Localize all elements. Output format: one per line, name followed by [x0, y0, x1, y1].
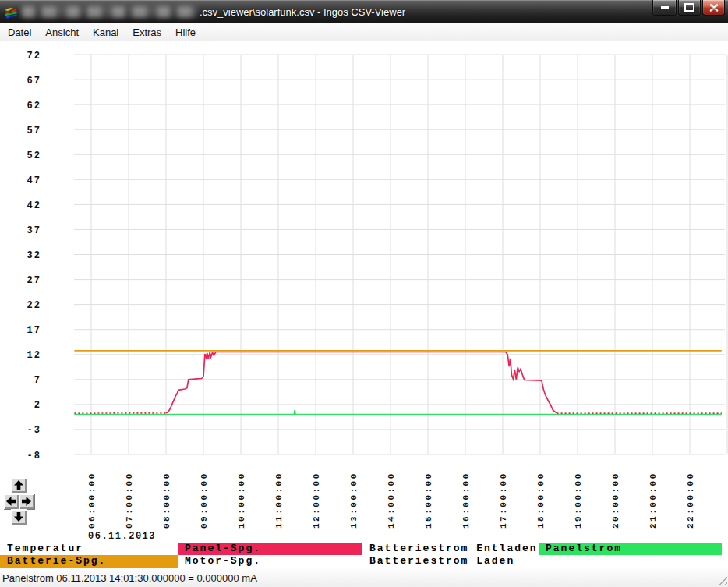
x-axis-tick-label: 06:00:00: [87, 472, 97, 529]
legend-item-batteriestrom-entladen[interactable]: Batteriestrom Entladen: [362, 543, 539, 555]
arrow-right-icon: [21, 496, 32, 507]
y-axis-tick-label: 67: [27, 76, 41, 87]
app-icon: [4, 5, 18, 19]
pan-left-button[interactable]: [3, 493, 19, 509]
chart-plot-area[interactable]: 7267625752474237322722171272-3-806:00:00…: [0, 0, 728, 542]
y-axis-tick-label: 62: [27, 101, 41, 111]
status-text: Panelstrom 06.11.2013 14:01:30.000000 = …: [2, 572, 257, 584]
legend-item-temperatur[interactable]: Temperatur: [0, 543, 178, 555]
menu-hilfe[interactable]: Hilfe: [168, 23, 203, 41]
legend-row: Batterie-Spg.Motor-Spg.Batteriestrom Lad…: [0, 555, 722, 568]
x-axis-tick-label: 18:00:00: [536, 472, 546, 529]
menu-kanal[interactable]: Kanal: [86, 23, 125, 41]
x-axis-tick-label: 11:00:00: [274, 472, 284, 529]
title-bar[interactable]: .csv_viewer\solarfunk.csv - Ingos CSV-Vi…: [0, 0, 728, 23]
x-axis-tick-label: 13:00:00: [349, 472, 359, 529]
x-axis-tick-label: 17:00:00: [499, 472, 508, 529]
legend-row: TemperaturPanel-Spg.Batteriestrom Entlad…: [0, 543, 722, 555]
y-axis-tick-label: 47: [27, 175, 41, 186]
x-axis-tick-label: 09:00:00: [200, 472, 209, 529]
x-axis-tick-label: 08:00:00: [162, 472, 171, 529]
pan-right-button[interactable]: [19, 493, 34, 509]
x-axis-tick-label: 14:00:00: [387, 472, 396, 529]
y-axis-tick-label: 17: [27, 325, 41, 336]
maximize-button[interactable]: [678, 0, 701, 16]
window-controls: [652, 0, 725, 16]
minimize-icon: [661, 6, 669, 9]
pan-up-button[interactable]: [11, 477, 27, 493]
menu-bar: DateiAnsichtKanalExtrasHilfe: [0, 23, 728, 41]
legend-item-motor-spg[interactable]: Motor-Spg.: [178, 555, 362, 568]
window-title: .csv_viewer\solarfunk.csv - Ingos CSV-Vi…: [200, 6, 405, 18]
legend-item-panelstrom[interactable]: Panelstrom: [539, 543, 722, 555]
y-axis-tick-label: 57: [27, 126, 41, 136]
legend-item-empty: [539, 555, 722, 568]
minimize-button[interactable]: [652, 0, 677, 16]
x-axis-tick-label: 16:00:00: [461, 472, 471, 529]
x-axis-tick-label: 15:00:00: [424, 472, 433, 529]
x-axis-tick-label: 21:00:00: [648, 472, 658, 529]
y-axis-tick-label: 42: [27, 200, 41, 211]
app-window: .csv_viewer\solarfunk.csv - Ingos CSV-Vi…: [0, 0, 728, 587]
y-axis-tick-label: 2: [34, 400, 41, 411]
close-icon: [709, 4, 719, 12]
arrow-up-icon: [13, 479, 24, 490]
legend-item-batterie-spg[interactable]: Batterie-Spg.: [0, 555, 178, 568]
y-axis-tick-label: -8: [27, 451, 41, 461]
arrow-left-icon: [5, 496, 16, 507]
resize-grip[interactable]: [716, 575, 727, 585]
y-axis-tick-label: 12: [27, 350, 41, 361]
x-axis-tick-label: 12:00:00: [312, 472, 321, 529]
menu-ansicht[interactable]: Ansicht: [38, 23, 86, 41]
y-axis-tick-label: 32: [27, 250, 41, 261]
legend-item-panel-spg[interactable]: Panel-Spg.: [178, 543, 362, 555]
pan-down-button[interactable]: [11, 509, 27, 525]
y-axis-tick-label: -3: [27, 425, 41, 436]
y-axis-tick-label: 22: [27, 300, 41, 311]
x-axis-tick-label: 22:00:00: [686, 472, 695, 529]
x-axis-tick-label: 20:00:00: [611, 472, 620, 529]
x-axis-date-label: 06.11.2013: [88, 531, 156, 542]
series-panel-spg: [166, 352, 557, 413]
redacted-file-path: [22, 6, 197, 18]
menu-datei[interactable]: Datei: [1, 23, 38, 41]
close-button[interactable]: [702, 0, 725, 16]
y-axis-tick-label: 37: [27, 225, 41, 236]
status-bar: Panelstrom 06.11.2013 14:01:30.000000 = …: [0, 568, 728, 587]
y-axis-tick-label: 52: [27, 150, 41, 161]
channel-legend: TemperaturPanel-Spg.Batteriestrom Entlad…: [0, 542, 728, 568]
menu-extras[interactable]: Extras: [125, 23, 168, 41]
y-axis-tick-label: 72: [27, 51, 41, 62]
maximize-icon: [684, 3, 694, 12]
legend-item-batteriestrom-laden[interactable]: Batteriestrom Laden: [362, 555, 539, 568]
x-axis-tick-label: 10:00:00: [237, 472, 246, 529]
x-axis-tick-label: 19:00:00: [574, 472, 583, 529]
arrow-down-icon: [13, 511, 24, 522]
x-axis-tick-label: 07:00:00: [125, 472, 134, 529]
y-axis-tick-label: 7: [34, 375, 41, 386]
y-axis-tick-label: 27: [27, 275, 41, 286]
